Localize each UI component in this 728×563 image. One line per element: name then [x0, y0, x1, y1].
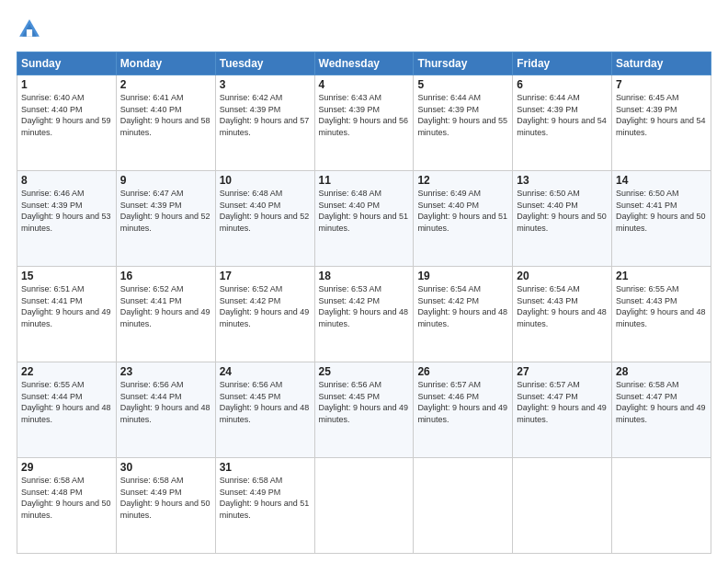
header: [17, 17, 711, 42]
calendar-cell: 4Sunrise: 6:43 AMSunset: 4:39 PMDaylight…: [314, 75, 414, 171]
calendar-week-row: 15Sunrise: 6:51 AMSunset: 4:41 PMDayligh…: [17, 267, 711, 362]
logo: [17, 17, 46, 42]
calendar-cell: 21Sunrise: 6:55 AMSunset: 4:43 PMDayligh…: [612, 267, 711, 362]
calendar-cell: [414, 458, 513, 554]
day-number: 7: [616, 78, 707, 91]
day-info: Sunrise: 6:53 AMSunset: 4:42 PMDaylight:…: [319, 283, 410, 329]
calendar-cell: 26Sunrise: 6:57 AMSunset: 4:46 PMDayligh…: [414, 362, 513, 458]
calendar-week-row: 22Sunrise: 6:55 AMSunset: 4:44 PMDayligh…: [17, 362, 711, 458]
calendar-cell: 6Sunrise: 6:44 AMSunset: 4:39 PMDaylight…: [513, 75, 612, 171]
calendar-cell: 1Sunrise: 6:40 AMSunset: 4:40 PMDaylight…: [17, 75, 117, 171]
weekday-header-friday: Friday: [513, 52, 612, 75]
calendar-cell: 12Sunrise: 6:49 AMSunset: 4:40 PMDayligh…: [414, 171, 513, 267]
page: SundayMondayTuesdayWednesdayThursdayFrid…: [0, 0, 728, 563]
day-number: 8: [21, 174, 112, 187]
day-number: 26: [417, 365, 508, 378]
day-info: Sunrise: 6:51 AMSunset: 4:41 PMDaylight:…: [21, 283, 112, 329]
day-info: Sunrise: 6:54 AMSunset: 4:43 PMDaylight:…: [517, 283, 608, 329]
svg-rect-3: [27, 29, 32, 37]
day-number: 15: [21, 270, 112, 282]
day-number: 10: [220, 174, 311, 187]
calendar-cell: 16Sunrise: 6:52 AMSunset: 4:41 PMDayligh…: [116, 267, 215, 362]
day-info: Sunrise: 6:55 AMSunset: 4:44 PMDaylight:…: [21, 379, 112, 425]
day-info: Sunrise: 6:44 AMSunset: 4:39 PMDaylight:…: [517, 92, 608, 138]
day-number: 5: [417, 78, 508, 91]
weekday-header-thursday: Thursday: [414, 52, 513, 75]
day-info: Sunrise: 6:49 AMSunset: 4:40 PMDaylight:…: [417, 188, 508, 234]
day-info: Sunrise: 6:48 AMSunset: 4:40 PMDaylight:…: [220, 188, 311, 234]
day-number: 21: [616, 270, 707, 282]
day-number: 16: [120, 270, 211, 282]
weekday-header-sunday: Sunday: [17, 52, 117, 75]
day-info: Sunrise: 6:57 AMSunset: 4:47 PMDaylight:…: [517, 379, 608, 425]
day-number: 3: [220, 78, 311, 91]
day-info: Sunrise: 6:55 AMSunset: 4:43 PMDaylight:…: [616, 283, 707, 329]
calendar-cell: [314, 458, 414, 554]
calendar-cell: 7Sunrise: 6:45 AMSunset: 4:39 PMDaylight…: [612, 75, 711, 171]
calendar-week-row: 29Sunrise: 6:58 AMSunset: 4:48 PMDayligh…: [17, 458, 711, 554]
day-info: Sunrise: 6:48 AMSunset: 4:40 PMDaylight:…: [319, 188, 410, 234]
calendar-cell: 9Sunrise: 6:47 AMSunset: 4:39 PMDaylight…: [116, 171, 215, 267]
day-info: Sunrise: 6:58 AMSunset: 4:49 PMDaylight:…: [220, 475, 311, 521]
weekday-header-row: SundayMondayTuesdayWednesdayThursdayFrid…: [17, 52, 711, 75]
calendar-cell: 25Sunrise: 6:56 AMSunset: 4:45 PMDayligh…: [314, 362, 414, 458]
day-number: 30: [120, 461, 211, 474]
calendar-cell: 28Sunrise: 6:58 AMSunset: 4:47 PMDayligh…: [612, 362, 711, 458]
day-number: 22: [21, 365, 112, 378]
weekday-header-wednesday: Wednesday: [314, 52, 414, 75]
day-number: 4: [319, 78, 410, 91]
day-number: 9: [120, 174, 211, 187]
calendar-cell: 23Sunrise: 6:56 AMSunset: 4:44 PMDayligh…: [116, 362, 215, 458]
day-number: 20: [517, 270, 608, 282]
weekday-header-monday: Monday: [116, 52, 215, 75]
calendar-cell: 11Sunrise: 6:48 AMSunset: 4:40 PMDayligh…: [314, 171, 414, 267]
calendar-table: SundayMondayTuesdayWednesdayThursdayFrid…: [17, 52, 711, 554]
day-number: 24: [220, 365, 311, 378]
day-number: 17: [220, 270, 311, 282]
calendar-cell: 24Sunrise: 6:56 AMSunset: 4:45 PMDayligh…: [215, 362, 314, 458]
calendar-cell: 20Sunrise: 6:54 AMSunset: 4:43 PMDayligh…: [513, 267, 612, 362]
calendar-cell: 19Sunrise: 6:54 AMSunset: 4:42 PMDayligh…: [414, 267, 513, 362]
day-info: Sunrise: 6:50 AMSunset: 4:40 PMDaylight:…: [517, 188, 608, 234]
calendar-cell: 15Sunrise: 6:51 AMSunset: 4:41 PMDayligh…: [17, 267, 117, 362]
day-number: 13: [517, 174, 608, 187]
day-number: 14: [616, 174, 707, 187]
day-info: Sunrise: 6:56 AMSunset: 4:45 PMDaylight:…: [220, 379, 311, 425]
calendar-cell: [513, 458, 612, 554]
day-number: 1: [21, 78, 112, 91]
calendar-cell: 31Sunrise: 6:58 AMSunset: 4:49 PMDayligh…: [215, 458, 314, 554]
day-number: 25: [319, 365, 410, 378]
day-number: 11: [319, 174, 410, 187]
day-number: 27: [517, 365, 608, 378]
calendar-cell: 18Sunrise: 6:53 AMSunset: 4:42 PMDayligh…: [314, 267, 414, 362]
day-info: Sunrise: 6:56 AMSunset: 4:45 PMDaylight:…: [319, 379, 410, 425]
day-info: Sunrise: 6:43 AMSunset: 4:39 PMDaylight:…: [319, 92, 410, 138]
day-info: Sunrise: 6:42 AMSunset: 4:39 PMDaylight:…: [220, 92, 311, 138]
calendar-cell: 2Sunrise: 6:41 AMSunset: 4:40 PMDaylight…: [116, 75, 215, 171]
calendar-cell: 27Sunrise: 6:57 AMSunset: 4:47 PMDayligh…: [513, 362, 612, 458]
day-number: 29: [21, 461, 112, 474]
calendar-cell: 22Sunrise: 6:55 AMSunset: 4:44 PMDayligh…: [17, 362, 117, 458]
day-number: 2: [120, 78, 211, 91]
calendar-cell: 5Sunrise: 6:44 AMSunset: 4:39 PMDaylight…: [414, 75, 513, 171]
weekday-header-saturday: Saturday: [612, 52, 711, 75]
calendar-cell: 14Sunrise: 6:50 AMSunset: 4:41 PMDayligh…: [612, 171, 711, 267]
day-number: 31: [220, 461, 311, 474]
day-info: Sunrise: 6:52 AMSunset: 4:41 PMDaylight:…: [120, 283, 211, 329]
day-number: 28: [616, 365, 707, 378]
day-info: Sunrise: 6:52 AMSunset: 4:42 PMDaylight:…: [220, 283, 311, 329]
day-info: Sunrise: 6:58 AMSunset: 4:49 PMDaylight:…: [120, 475, 211, 521]
logo-icon: [17, 17, 42, 42]
day-info: Sunrise: 6:47 AMSunset: 4:39 PMDaylight:…: [120, 188, 211, 234]
day-number: 6: [517, 78, 608, 91]
day-number: 18: [319, 270, 410, 282]
day-info: Sunrise: 6:46 AMSunset: 4:39 PMDaylight:…: [21, 188, 112, 234]
calendar-week-row: 1Sunrise: 6:40 AMSunset: 4:40 PMDaylight…: [17, 75, 711, 171]
day-info: Sunrise: 6:41 AMSunset: 4:40 PMDaylight:…: [120, 92, 211, 138]
calendar-cell: 8Sunrise: 6:46 AMSunset: 4:39 PMDaylight…: [17, 171, 117, 267]
calendar-cell: 13Sunrise: 6:50 AMSunset: 4:40 PMDayligh…: [513, 171, 612, 267]
day-info: Sunrise: 6:50 AMSunset: 4:41 PMDaylight:…: [616, 188, 707, 234]
calendar-cell: 3Sunrise: 6:42 AMSunset: 4:39 PMDaylight…: [215, 75, 314, 171]
day-number: 12: [417, 174, 508, 187]
day-info: Sunrise: 6:40 AMSunset: 4:40 PMDaylight:…: [21, 92, 112, 138]
